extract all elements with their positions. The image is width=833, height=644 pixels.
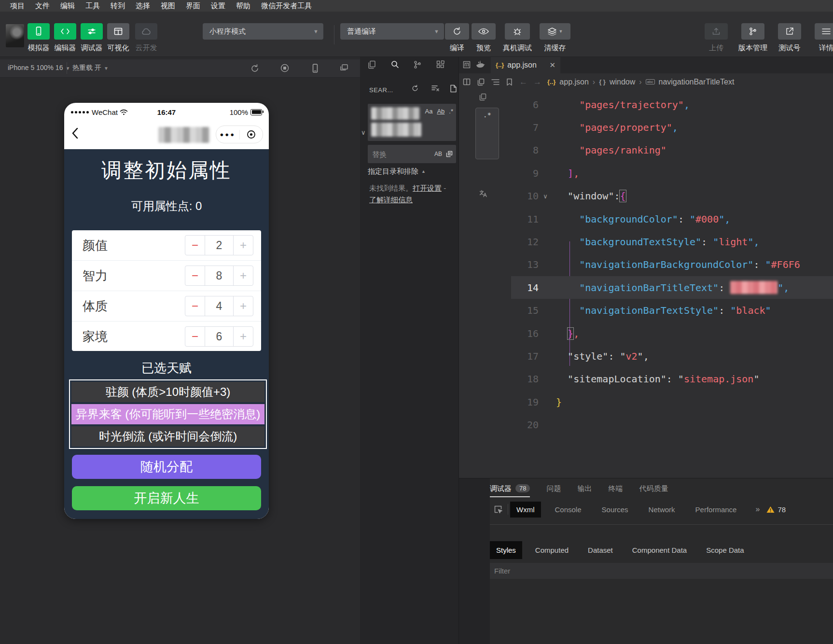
whole-word-icon[interactable]: Ab [437, 108, 444, 115]
npm-icon[interactable] [463, 61, 471, 69]
menu-item-文件[interactable]: 文件 [30, 1, 55, 11]
mode-select[interactable]: 小程序模式 ▼ [203, 23, 323, 40]
split-editor-icon[interactable] [463, 78, 471, 85]
overflow-tabs-icon[interactable]: » [755, 505, 760, 514]
code-editor[interactable]: 6 "pages/trajectory",7 "pages/property",… [459, 90, 833, 478]
toolbar-云开发[interactable]: 云开发 [135, 23, 157, 53]
nav-back-icon[interactable]: ← [519, 77, 528, 87]
close-icon[interactable]: ✕ [549, 61, 555, 70]
debug-tab-代码质量[interactable]: 代码质量 [639, 484, 668, 497]
compile-select[interactable]: 普通编译 ▼ [340, 23, 444, 40]
files-to-include-toggle[interactable]: 指定目录和排除▲ [368, 167, 426, 176]
inspector-tab-Dataset[interactable]: Dataset [582, 541, 619, 559]
device-select[interactable]: iPhone 5 100% 16▼ [8, 64, 70, 71]
devtools-tab-Sources[interactable]: Sources [596, 502, 635, 518]
sim-refresh-icon[interactable] [250, 64, 260, 73]
code-line-6[interactable]: 6 "pages/trajectory", [511, 93, 833, 116]
code-line-18[interactable]: 18 "sitemapLocation": "sitemap.json" [511, 368, 833, 391]
code-line-20[interactable]: 20 [511, 414, 833, 436]
nav-forward-icon[interactable]: → [533, 77, 541, 87]
code-line-15[interactable]: 15 "navigationBarTextStyle": "black" [511, 299, 833, 322]
plus-button[interactable]: + [233, 296, 253, 316]
open-settings-link[interactable]: 打开设置 [413, 184, 442, 192]
toolbar-模拟器[interactable]: 模拟器 [28, 23, 50, 53]
docker-whale-icon[interactable] [476, 61, 486, 69]
action-测试号[interactable] [778, 23, 801, 40]
start-life-button[interactable]: 开启新人生 [72, 486, 261, 510]
inspector-tab-Scope-Data[interactable]: Scope Data [700, 541, 750, 559]
translate-icon[interactable] [479, 190, 487, 197]
inspector-tab-Component-Data[interactable]: Component Data [626, 541, 693, 559]
warning-counter[interactable]: 78 [766, 505, 786, 514]
menu-item-编辑[interactable]: 编辑 [55, 1, 80, 11]
devtools-tab-Performance[interactable]: Performance [689, 502, 743, 518]
menu-item-帮助[interactable]: 帮助 [231, 1, 256, 11]
code-line-17[interactable]: 17 "style": "v2", [511, 345, 833, 367]
menu-item-微信开发者工具[interactable]: 微信开发者工具 [256, 1, 317, 11]
action-版本管理[interactable] [741, 23, 764, 40]
extensions-icon[interactable] [436, 60, 444, 69]
devtools-tab-Console[interactable]: Console [549, 502, 588, 518]
menu-item-工具[interactable]: 工具 [80, 1, 105, 11]
action-清缓存[interactable]: ▼ [540, 23, 570, 40]
code-line-11[interactable]: 11 "backgroundColor": "#000", [511, 208, 833, 230]
plus-button[interactable]: + [233, 327, 253, 346]
sim-stop-icon[interactable] [280, 64, 289, 72]
debug-tab-终端[interactable]: 终端 [608, 484, 623, 497]
code-line-10[interactable]: 10∨ "window":{ [511, 185, 833, 208]
debug-tab-问题[interactable]: 问题 [546, 484, 561, 497]
clear-results-icon[interactable] [431, 84, 440, 92]
minus-button[interactable]: − [185, 266, 205, 285]
breadcrumb-window[interactable]: window [610, 78, 635, 86]
search-input[interactable]: Aa Ab .* [368, 104, 456, 141]
random-assign-button[interactable]: 随机分配 [72, 455, 261, 479]
breadcrumb-property[interactable]: navigationBarTitleText [659, 78, 735, 86]
copy-icon[interactable] [477, 78, 485, 86]
search-icon[interactable] [390, 60, 399, 69]
code-line-7[interactable]: 7 "pages/property", [511, 116, 833, 139]
bookmark-icon[interactable] [506, 78, 513, 86]
hot-reload-select[interactable]: 热重载 开▼ [72, 64, 109, 72]
replace-all-icon[interactable] [446, 151, 453, 157]
action-真机调试[interactable] [505, 23, 530, 40]
toolbar-编辑器[interactable]: 编辑器 [54, 23, 76, 53]
devtools-tab-Network[interactable]: Network [642, 502, 681, 518]
target-icon[interactable] [240, 130, 263, 139]
action-详情[interactable] [815, 23, 833, 40]
back-icon[interactable] [72, 128, 78, 139]
filter-input[interactable] [490, 566, 640, 575]
talent-item[interactable]: 异界来客 (你可能听到一些绝密消息) [71, 404, 264, 424]
files-icon[interactable] [368, 60, 376, 69]
inspector-tab-Computed[interactable]: Computed [529, 541, 575, 559]
avatar[interactable] [6, 24, 24, 47]
action-预览[interactable] [472, 23, 496, 40]
toolbar-可视化[interactable]: 可视化 [107, 23, 129, 53]
open-in-editor-icon[interactable] [450, 84, 457, 93]
plus-button[interactable]: + [233, 236, 253, 255]
outline-icon[interactable] [491, 79, 500, 85]
code-line-14[interactable]: 14 "navigationBarTitleText": ", [511, 276, 833, 299]
talent-item[interactable]: 驻颜 (体质>10时颜值+3) [71, 382, 264, 402]
menu-item-设置[interactable]: 设置 [206, 1, 231, 11]
match-case-icon[interactable]: Aa [425, 108, 433, 115]
minus-button[interactable]: − [185, 327, 205, 346]
tab-appjson[interactable]: {..} app.json ✕ [491, 56, 560, 73]
copy-icon[interactable] [479, 93, 486, 101]
talent-item[interactable]: 时光倒流 (或许时间会倒流) [71, 426, 264, 447]
refresh-results-icon[interactable] [411, 84, 419, 92]
replace-input[interactable] [368, 150, 420, 158]
code-line-19[interactable]: 19} [511, 391, 833, 413]
source-control-icon[interactable] [414, 60, 421, 69]
menu-item-选择[interactable]: 选择 [130, 1, 155, 11]
devtools-tab-Wxml[interactable]: Wxml [510, 502, 541, 518]
code-line-12[interactable]: 12 "backgroundTextStyle": "light", [511, 230, 833, 253]
debug-tab-输出[interactable]: 输出 [577, 484, 592, 497]
minus-button[interactable]: − [185, 236, 205, 255]
plus-button[interactable]: + [233, 266, 253, 285]
code-line-13[interactable]: 13 "navigationBarBackgroundColor": "#F6F… [511, 253, 833, 276]
expand-replace-icon[interactable]: ∨ [361, 129, 366, 136]
code-line-8[interactable]: 8 "pages/ranking" [511, 139, 833, 162]
regex-widget[interactable]: .* [475, 108, 499, 159]
code-line-16[interactable]: 16 }, [511, 322, 833, 345]
menu-item-项目[interactable]: 项目 [5, 1, 30, 11]
